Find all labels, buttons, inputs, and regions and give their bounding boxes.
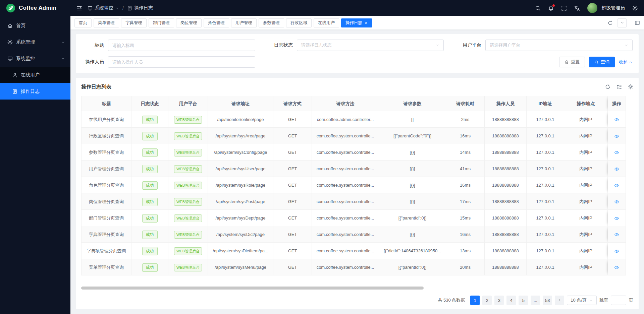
view-detail-button[interactable] — [614, 249, 619, 254]
search-icon[interactable] — [535, 5, 541, 11]
cell-platform: WEB管理后台 — [168, 177, 208, 193]
view-detail-button[interactable] — [614, 199, 619, 204]
collapse-sidebar-icon[interactable] — [76, 5, 82, 11]
view-detail-button[interactable] — [614, 167, 619, 172]
avatar[interactable] — [587, 3, 597, 13]
sidebar-item-home[interactable]: 首页 — [0, 17, 70, 34]
status-badge: 成功 — [142, 132, 158, 140]
page-ellipsis[interactable]: ... — [531, 296, 540, 305]
column-settings-icon[interactable] — [628, 84, 633, 89]
status-badge: 成功 — [142, 214, 158, 223]
cell-duration: 16ms — [446, 128, 485, 144]
content: 标题 日志状态 请选择日志状态 用户平台 请选择用户平台 — [70, 29, 644, 314]
monitor-icon — [88, 6, 93, 11]
status-badge: 成功 — [142, 116, 158, 124]
platform-badge: WEB管理后台 — [174, 132, 202, 140]
view-detail-button[interactable] — [614, 134, 619, 139]
cell-ip: 127.0.0.1 — [527, 193, 564, 210]
jump-page-input[interactable] — [611, 296, 626, 305]
fullscreen-icon[interactable] — [561, 5, 567, 11]
cell-platform: WEB管理后台 — [168, 161, 208, 177]
operator-input[interactable] — [108, 56, 255, 68]
page-button-3[interactable]: 3 — [494, 296, 504, 305]
cell-operator: 18888888888 — [485, 259, 527, 275]
filter-title-field: 标题 — [82, 40, 255, 51]
title-input[interactable] — [108, 40, 255, 51]
breadcrumb-item-operation-log[interactable]: 操作日志 — [127, 5, 153, 11]
notifications-button[interactable] — [548, 5, 554, 11]
tab-部门管理[interactable]: 部门管理 — [149, 18, 174, 27]
tab-岗位管理[interactable]: 岗位管理 — [176, 18, 202, 27]
tab-options-button[interactable] — [618, 18, 627, 27]
view-detail-button[interactable] — [614, 183, 619, 188]
cell-title: 部门管理分页查询 — [81, 210, 131, 226]
query-button[interactable]: 查询 — [589, 57, 615, 67]
view-detail-button[interactable] — [614, 216, 619, 221]
page-button-5[interactable]: 5 — [519, 296, 528, 305]
platform-select[interactable]: 请选择用户平台 — [485, 40, 633, 51]
close-icon[interactable] — [365, 21, 368, 24]
refresh-tab-button[interactable] — [608, 20, 613, 25]
tab-菜单管理[interactable]: 菜单管理 — [94, 18, 119, 27]
sidebar-item-label: 系统管理 — [16, 39, 61, 45]
tab-参数管理[interactable]: 参数管理 — [259, 18, 284, 27]
cell-url: /api/system/sysUser/page — [208, 161, 273, 177]
collapse-filter-link[interactable]: 收起 — [619, 59, 633, 65]
cell-method: GET — [273, 259, 312, 275]
chevron-up-icon — [629, 60, 633, 64]
translate-icon[interactable] — [574, 5, 580, 11]
horizontal-scrollbar[interactable] — [81, 287, 424, 290]
cell-action — [608, 259, 626, 275]
page-button-53[interactable]: 53 — [543, 296, 552, 305]
cell-url: /api/system/sysPost/page — [208, 193, 273, 210]
breadcrumb: 系统监控/操作日志 — [88, 5, 153, 11]
view-detail-button[interactable] — [614, 232, 619, 237]
sidebar-item-label: 首页 — [16, 23, 65, 29]
cell-location: 内网IP — [564, 259, 608, 275]
cell-platform: WEB管理后台 — [168, 259, 208, 275]
view-detail-button[interactable] — [614, 150, 619, 155]
tab-用户管理[interactable]: 用户管理 — [231, 18, 257, 27]
cell-ip: 127.0.0.1 — [527, 210, 564, 226]
log-table-card: 操作日志列表 标题日志状态用户平台请求地址请求方式请求方法请求参数请求耗时操作人… — [76, 78, 639, 309]
tab-角色管理[interactable]: 角色管理 — [204, 18, 229, 27]
tab-首页[interactable]: 首页 — [74, 18, 92, 27]
sidebar-item-online-users[interactable]: 在线用户 — [0, 67, 70, 83]
cell-method: GET — [273, 161, 312, 177]
title-input-control[interactable] — [112, 43, 251, 48]
page-button-4[interactable]: 4 — [506, 296, 516, 305]
cell-operator: 18888888888 — [485, 177, 527, 193]
layout-toggle-button[interactable] — [635, 20, 640, 25]
operator-input-control[interactable] — [112, 60, 251, 65]
row-density-icon[interactable] — [616, 84, 622, 89]
reset-icon — [565, 60, 569, 64]
page-button-1[interactable]: 1 — [470, 296, 480, 305]
cell-func: com.coffee.system.controlle... — [312, 210, 379, 226]
breadcrumb-label: 系统监控 — [95, 5, 113, 11]
table-card-header: 操作日志列表 — [81, 78, 633, 96]
next-page-button[interactable] — [555, 296, 564, 305]
breadcrumb-item-system-monitor[interactable]: 系统监控 — [88, 5, 119, 11]
platform-badge: WEB管理后台 — [174, 198, 202, 206]
refresh-table-icon[interactable] — [605, 84, 610, 89]
tab-行政区域[interactable]: 行政区域 — [286, 18, 312, 27]
cell-location: 内网IP — [564, 243, 608, 259]
tab-操作日志[interactable]: 操作日志 — [341, 18, 372, 27]
page-size-select[interactable]: 10 条/页 — [567, 296, 597, 305]
tab-字典管理[interactable]: 字典管理 — [121, 18, 147, 27]
view-detail-button[interactable] — [614, 117, 619, 122]
sidebar-item-operation-log[interactable]: 操作日志 — [0, 83, 70, 100]
cell-action — [608, 210, 626, 226]
tab-在线用户[interactable]: 在线用户 — [314, 18, 339, 27]
page-button-2[interactable]: 2 — [482, 296, 492, 305]
settings-icon[interactable] — [632, 5, 638, 11]
column-header-location: 操作地点 — [564, 96, 608, 111]
sidebar-item-system-management[interactable]: 系统管理 — [0, 34, 70, 50]
cell-title: 参数管理分页查询 — [81, 144, 131, 161]
sidebar-item-system-monitor[interactable]: 系统监控 — [0, 50, 70, 67]
status-select[interactable]: 请选择日志状态 — [297, 40, 444, 51]
cell-method: GET — [273, 226, 312, 243]
view-detail-button[interactable] — [614, 265, 619, 270]
monitor-icon — [7, 56, 13, 61]
reset-button[interactable]: 重置 — [559, 57, 585, 67]
